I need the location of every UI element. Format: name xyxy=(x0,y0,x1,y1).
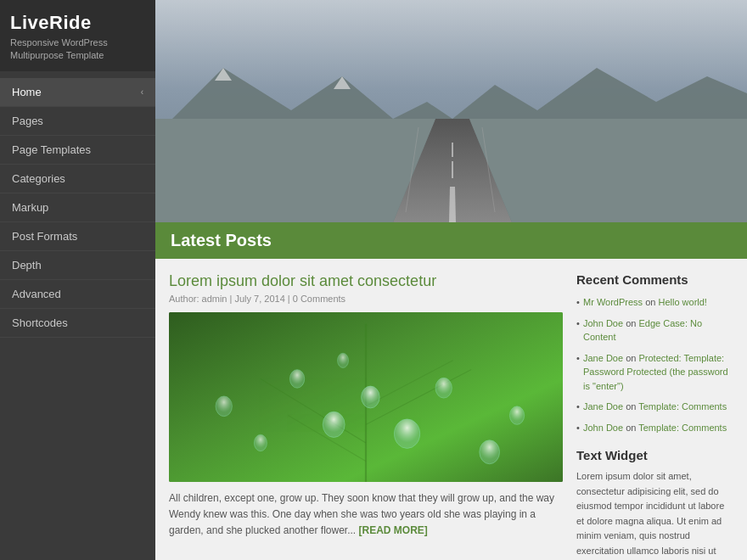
comment-item: Jane Doe on Protected: Template: Passwor… xyxy=(576,351,733,394)
sidebar-nav: Home‹PagesPage TemplatesCategoriesMarkup… xyxy=(0,78,155,338)
comment-author-link[interactable]: John Doe xyxy=(583,318,623,328)
sidebar-item-pages[interactable]: Pages xyxy=(0,107,155,136)
text-widget-body: Lorem ipsum dolor sit amet, consectetur … xyxy=(576,469,733,560)
sidebar-item-home[interactable]: Home‹ xyxy=(0,78,155,107)
text-widget-title: Text Widget xyxy=(576,448,733,462)
site-subtitle: Responsive WordPressMultipurpose Templat… xyxy=(10,36,145,63)
sidebar-header: LiveRide Responsive WordPressMultipurpos… xyxy=(0,0,155,71)
svg-marker-7 xyxy=(452,161,453,178)
svg-marker-10 xyxy=(469,119,747,222)
post-title[interactable]: Lorem ipsum dolor sit amet consectetur xyxy=(169,272,563,290)
main-content: Latest Posts Lorem ipsum dolor sit amet … xyxy=(155,0,747,560)
comment-post-link[interactable]: Template: Comments xyxy=(638,423,727,433)
post-meta: Author: admin | July 7, 2014 | 0 Comment… xyxy=(169,294,563,304)
svg-point-20 xyxy=(362,386,380,408)
svg-marker-9 xyxy=(155,119,435,222)
svg-point-25 xyxy=(254,434,267,451)
comment-item: John Doe on Template: Comments xyxy=(576,421,733,435)
comment-post-link[interactable]: Template: Comments xyxy=(638,401,727,412)
svg-marker-8 xyxy=(452,143,453,157)
comment-author-link[interactable]: John Doe xyxy=(583,423,623,433)
comment-item: Jane Doe on Template: Comments xyxy=(576,400,733,414)
sidebar-item-post-formats[interactable]: Post Formats xyxy=(0,222,155,251)
svg-point-24 xyxy=(480,440,500,464)
recent-comments-title: Recent Comments xyxy=(576,272,733,287)
chevron-right-icon: ‹ xyxy=(141,87,143,97)
site-title: LiveRide xyxy=(10,12,145,34)
comment-item: Mr WordPress on Hello world! xyxy=(576,295,733,310)
sidebar-item-markup[interactable]: Markup xyxy=(0,193,155,222)
latest-posts-title: Latest Posts xyxy=(171,231,272,249)
read-more-link[interactable]: [READ MORE] xyxy=(359,524,428,536)
svg-marker-6 xyxy=(449,187,456,222)
sidebar-item-label: Home xyxy=(12,86,42,98)
hero-image xyxy=(155,0,747,222)
sidebar-item-label: Markup xyxy=(12,201,48,214)
comment-author-link[interactable]: Jane Doe xyxy=(583,353,623,363)
sidebar-item-categories[interactable]: Categories xyxy=(0,165,155,193)
widgets-sidebar: Recent Comments Mr WordPress on Hello wo… xyxy=(576,272,733,560)
post-excerpt: All children, except one, grow up. They … xyxy=(169,490,563,540)
content-area: Lorem ipsum dolor sit amet consectetur A… xyxy=(155,259,747,560)
sidebar-item-shortcodes[interactable]: Shortcodes xyxy=(0,309,155,338)
svg-point-19 xyxy=(323,412,345,437)
comment-post-link[interactable]: Hello world! xyxy=(658,297,706,307)
sidebar-item-advanced[interactable]: Advanced xyxy=(0,280,155,309)
post-featured-image xyxy=(169,312,563,482)
svg-point-28 xyxy=(216,396,232,417)
sidebar-item-label: Pages xyxy=(12,115,43,127)
sidebar-item-label: Depth xyxy=(12,259,42,272)
recent-comments-list: Mr WordPress on Hello world!John Doe on … xyxy=(576,295,733,434)
svg-point-23 xyxy=(435,378,452,398)
sidebar-item-label: Shortcodes xyxy=(12,316,68,329)
sidebar-item-depth[interactable]: Depth xyxy=(0,251,155,280)
main-post: Lorem ipsum dolor sit amet consectetur A… xyxy=(169,272,563,560)
comment-author-link[interactable]: Jane Doe xyxy=(583,401,623,412)
comment-item: John Doe on Edge Case: No Content xyxy=(576,316,733,344)
svg-point-26 xyxy=(338,353,349,367)
latest-posts-header: Latest Posts xyxy=(155,222,747,259)
sidebar-item-label: Post Formats xyxy=(12,230,77,243)
sidebar-item-page-templates[interactable]: Page Templates xyxy=(0,136,155,165)
sidebar-item-label: Categories xyxy=(12,172,65,185)
sidebar: LiveRide Responsive WordPressMultipurpos… xyxy=(0,0,155,560)
sidebar-item-label: Advanced xyxy=(12,288,61,300)
sidebar-item-label: Page Templates xyxy=(12,143,91,156)
svg-point-27 xyxy=(509,406,524,425)
comment-author-link[interactable]: Mr WordPress xyxy=(583,297,643,307)
svg-point-22 xyxy=(289,370,304,389)
svg-point-21 xyxy=(394,419,419,449)
